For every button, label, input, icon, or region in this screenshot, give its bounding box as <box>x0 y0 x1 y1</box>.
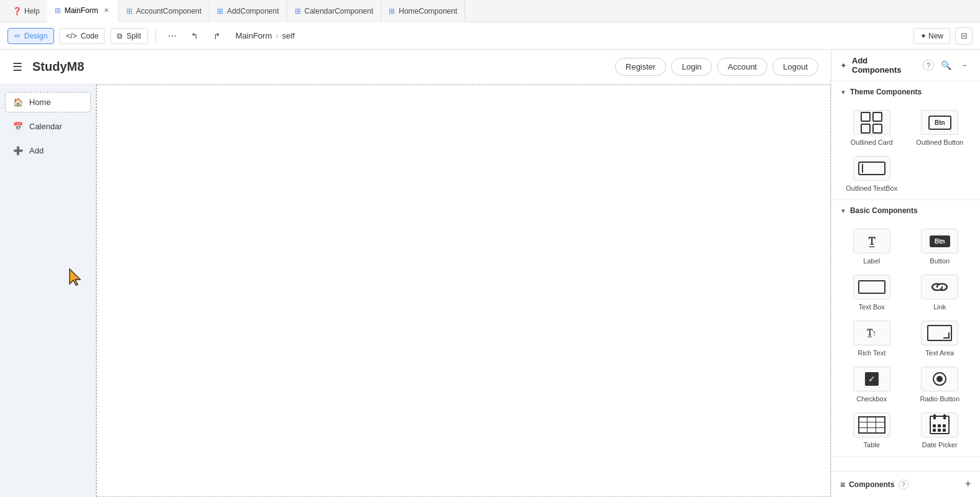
breadcrumb-self[interactable]: self <box>282 31 295 40</box>
app-logo: StudyM8 <box>32 60 84 74</box>
tab-home-component[interactable]: ⊞ HomeComponent <box>381 0 465 22</box>
rich-text-icon: T̲↑ <box>853 321 890 345</box>
outlined-card-icon <box>853 110 890 135</box>
panel-title: Add Components <box>852 56 918 75</box>
tab-icon-add: ⊞ <box>217 7 223 16</box>
theme-section-header[interactable]: ▼ Theme Components <box>831 81 980 103</box>
add-component-button[interactable]: + <box>964 478 971 491</box>
app-content <box>96 84 831 497</box>
panel-collapse-button[interactable]: − <box>958 58 971 72</box>
split-icon: ⧉ <box>117 32 122 40</box>
login-button[interactable]: Login <box>671 58 712 76</box>
theme-chevron-icon: ▼ <box>840 89 846 96</box>
more-options-button[interactable]: ⋯ <box>164 27 181 45</box>
theme-components-section: ▼ Theme Components <box>831 81 980 200</box>
right-panel: ✦ Add Components ? 🔍 − ▼ Theme Component… <box>831 50 980 497</box>
component-text-area[interactable]: Text Area <box>908 321 972 357</box>
add-icon: ➕ <box>13 146 23 155</box>
component-rich-text[interactable]: T̲↑ Rich Text <box>840 321 904 357</box>
logout-button[interactable]: Logout <box>772 58 818 76</box>
help-tab[interactable]: ❓ Help <box>5 0 47 22</box>
tab-close-main-form[interactable]: ✕ <box>102 6 111 15</box>
component-link[interactable]: Link <box>908 275 972 311</box>
sidebar-item-add[interactable]: ➕ Add <box>5 140 91 161</box>
component-table[interactable]: Table <box>840 413 904 449</box>
component-outlined-button[interactable]: Btn Outlined Button <box>908 110 972 146</box>
breadcrumb-form[interactable]: MainForm <box>236 31 272 40</box>
component-outlined-card[interactable]: Outlined Card <box>840 110 904 146</box>
component-label[interactable]: T̲ Label <box>840 229 904 265</box>
tab-bar: ❓ Help ⊞ MainForm ✕ ⊞ AccountComponent ⊞… <box>0 0 980 22</box>
code-button[interactable]: </> Code <box>59 28 105 44</box>
panel-help-icon[interactable]: ? <box>923 60 934 71</box>
basic-component-grid: T̲ Label Btn Button <box>831 221 980 456</box>
tab-icon-home: ⊞ <box>389 7 395 16</box>
text-box-icon <box>853 275 890 299</box>
component-date-picker[interactable]: Date Picker <box>908 413 972 449</box>
label-icon: T̲ <box>853 229 890 253</box>
checkbox-label: Checkbox <box>856 395 887 403</box>
split-button[interactable]: ⧉ Split <box>110 28 147 44</box>
hamburger-menu[interactable]: ☰ <box>12 60 22 74</box>
app-nav: Register Login Account Logout <box>615 58 818 76</box>
tab-icon-account: ⊞ <box>126 7 132 16</box>
link-icon <box>921 275 958 299</box>
add-label: Add <box>29 146 44 155</box>
toolbar-separator-1 <box>155 29 156 43</box>
label-component-label: Label <box>863 257 880 265</box>
calendar-label: Calendar <box>29 122 62 131</box>
footer-help-icon: ? <box>899 480 908 490</box>
date-picker-label: Date Picker <box>922 441 958 449</box>
outlined-textbox-icon <box>853 156 890 181</box>
breadcrumb: MainForm › self <box>236 31 295 40</box>
panel-footer: ≡ Components ? + <box>831 471 980 497</box>
new-button[interactable]: ✦ New <box>913 28 950 44</box>
app-sidebar: 🏠 Home 📅 Calendar ➕ Add <box>0 84 96 497</box>
outlined-textbox-label: Outlined TextBox <box>846 185 897 192</box>
help-label: Help <box>24 7 40 16</box>
component-text-box[interactable]: Text Box <box>840 275 904 311</box>
date-picker-icon <box>921 413 958 437</box>
component-outlined-textbox[interactable]: Outlined TextBox <box>840 156 904 192</box>
sidebar-item-calendar[interactable]: 📅 Calendar <box>5 116 91 137</box>
home-icon: 🏠 <box>13 98 23 107</box>
component-button[interactable]: Btn Button <box>908 229 972 265</box>
basic-chevron-icon: ▼ <box>840 207 846 214</box>
app-preview: ☰ StudyM8 Register Login Account Logout … <box>0 50 831 497</box>
new-button-label: ✦ New <box>920 32 943 40</box>
panel-scroll[interactable]: ▼ Theme Components <box>831 81 980 471</box>
toolbar-right: ✦ New ⊟ <box>913 27 973 45</box>
components-footer-icon: ≡ <box>840 480 845 490</box>
breadcrumb-separator: › <box>275 31 278 40</box>
app-header: ☰ StudyM8 Register Login Account Logout <box>0 50 831 84</box>
component-radio-button[interactable]: Radio Button <box>908 367 972 403</box>
tab-add-component[interactable]: ⊞ AddComponent <box>210 0 287 22</box>
code-icon: </> <box>66 32 76 40</box>
tab-icon-main-form: ⊞ <box>55 6 61 15</box>
basic-section-header[interactable]: ▼ Basic Components <box>831 200 980 221</box>
radio-button-label: Radio Button <box>920 395 959 403</box>
table-label: Table <box>864 441 880 449</box>
register-button[interactable]: Register <box>615 58 666 76</box>
component-checkbox[interactable]: ✓ Checkbox <box>840 367 904 403</box>
account-button[interactable]: Account <box>717 58 767 76</box>
radio-button-icon <box>921 367 958 391</box>
undo-button[interactable]: ↰ <box>186 27 203 45</box>
canvas-area[interactable]: ☰ StudyM8 Register Login Account Logout … <box>0 50 831 497</box>
tab-account-component[interactable]: ⊞ AccountComponent <box>119 0 210 22</box>
outlined-button-icon: Btn <box>921 110 958 135</box>
theme-component-grid: Outlined Card Btn Outlined Button <box>831 103 980 199</box>
redo-button[interactable]: ↱ <box>208 27 226 45</box>
design-button[interactable]: ✏ Design <box>7 28 54 44</box>
home-label: Home <box>29 98 51 107</box>
footer-components-label: Components <box>849 480 894 489</box>
layout-toggle-button[interactable]: ⊟ <box>955 27 973 45</box>
main-layout: ☰ StudyM8 Register Login Account Logout … <box>0 50 980 497</box>
tab-calendar-component[interactable]: ⊞ CalendarComponent <box>287 0 382 22</box>
button-component-label: Button <box>930 257 950 265</box>
checkbox-icon: ✓ <box>853 367 890 391</box>
text-box-label: Text Box <box>859 303 885 311</box>
tab-main-form[interactable]: ⊞ MainForm ✕ <box>47 0 119 22</box>
sidebar-item-home[interactable]: 🏠 Home <box>5 92 91 112</box>
panel-search-button[interactable]: 🔍 <box>939 58 953 72</box>
